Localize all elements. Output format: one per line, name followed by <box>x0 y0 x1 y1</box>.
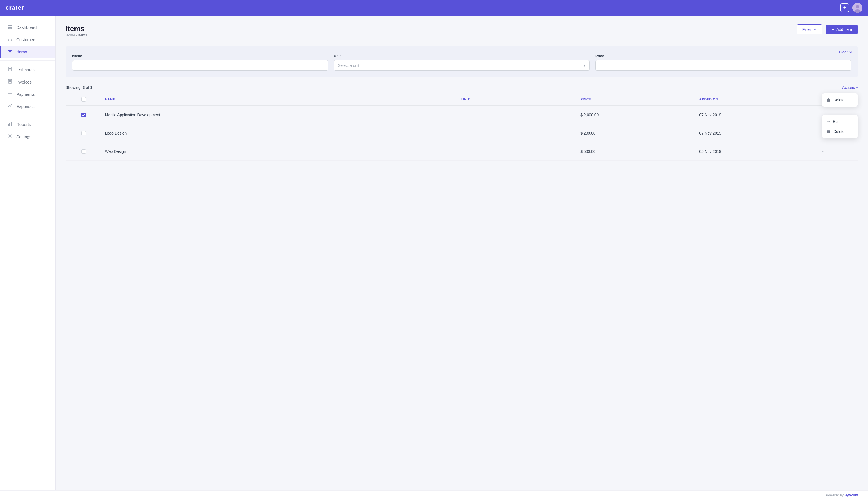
svg-rect-20 <box>9 123 10 126</box>
items-table: NAME UNIT PRICE ADDED ON Mobile Applicat… <box>66 93 858 161</box>
add-item-button[interactable]: + Add Item <box>826 25 858 34</box>
row-1-price: $ 2,000.00 <box>577 106 696 124</box>
showing-prefix: Showing: <box>66 85 82 90</box>
table-row: Logo Design $ 200.00 07 Nov 2019 ··· <box>66 124 858 142</box>
sidebar-item-estimates[interactable]: Estimates <box>0 64 55 76</box>
sidebar: Dashboard Customers Items Estimates I <box>0 15 56 490</box>
row-3-price: $ 500.00 <box>577 142 696 161</box>
sidebar-item-payments-label: Payments <box>16 92 35 96</box>
sidebar-item-expenses[interactable]: Expenses <box>0 100 55 112</box>
filter-unit-wrapper: Select a unit ▼ <box>334 60 590 71</box>
svg-marker-8 <box>8 49 12 53</box>
col-header-price: PRICE <box>577 93 696 106</box>
actions-delete-item[interactable]: 🗑 Delete <box>822 95 858 105</box>
add-item-icon: + <box>832 27 834 32</box>
sidebar-item-items[interactable]: Items <box>0 46 55 58</box>
page-title: Items <box>66 24 87 33</box>
sidebar-item-invoices[interactable]: Invoices <box>0 76 55 88</box>
sidebar-item-expenses-label: Expenses <box>16 104 35 109</box>
row-1-edit-item[interactable]: ✏ Edit <box>822 116 858 126</box>
sidebar-item-customers[interactable]: Customers <box>0 33 55 46</box>
row-2-checkbox[interactable] <box>81 131 86 135</box>
svg-rect-3 <box>8 25 10 26</box>
row-1-check-cell <box>66 106 102 124</box>
filter-price-label: Price <box>595 54 852 58</box>
row-1-checkbox[interactable] <box>81 113 86 117</box>
row-2-unit <box>458 124 577 142</box>
edit-icon: ✏ <box>827 119 830 124</box>
dashboard-icon <box>8 24 12 30</box>
row-2-added-on: 07 Nov 2019 <box>696 124 815 142</box>
actions-label: Actions <box>842 85 855 90</box>
sidebar-item-items-label: Items <box>16 49 27 54</box>
filter-unit-group: Unit Select a unit ▼ <box>334 54 590 71</box>
sidebar-item-reports[interactable]: Reports <box>0 118 55 130</box>
row-3-check-cell <box>66 142 102 161</box>
sidebar-item-settings-label: Settings <box>16 134 31 139</box>
page-title-area: Items Home / Items <box>66 24 87 44</box>
expenses-icon <box>8 103 12 109</box>
svg-point-1 <box>856 5 859 8</box>
row-3-checkbox[interactable] <box>81 149 86 154</box>
table-body: Mobile Application Development $ 2,000.0… <box>66 106 858 161</box>
header-add-button[interactable]: + <box>840 3 849 12</box>
items-icon <box>8 49 12 54</box>
showing-text: Showing: 3 of 3 <box>66 85 92 90</box>
page-header: Items Home / Items Filter ✕ + Add Item <box>66 24 858 44</box>
row-2-name: Logo Design <box>102 124 458 142</box>
table-header-row: Showing: 3 of 3 Actions ▾ 🗑 Delete <box>66 85 858 90</box>
sidebar-item-estimates-label: Estimates <box>16 67 35 72</box>
clear-all-button[interactable]: Clear All <box>839 50 853 54</box>
sidebar-item-dashboard-label: Dashboard <box>16 25 37 30</box>
header: crater + <box>0 0 868 15</box>
row-1-delete-item[interactable]: 🗑 Delete <box>822 126 858 137</box>
filter-button[interactable]: Filter ✕ <box>797 24 822 34</box>
col-header-check <box>66 93 102 106</box>
row-2-check-cell <box>66 124 102 142</box>
filter-name-input[interactable] <box>72 60 328 71</box>
row-1-actions-cell: ··· ✏ Edit 🗑 Delete <box>815 106 858 124</box>
logo: crater <box>5 4 24 11</box>
svg-point-22 <box>9 135 11 137</box>
filter-unit-select[interactable]: Select a unit <box>334 60 590 71</box>
breadcrumb-separator: / <box>76 33 78 37</box>
select-all-checkbox[interactable] <box>81 97 86 102</box>
settings-icon <box>8 134 12 139</box>
filter-label: Filter <box>802 27 811 32</box>
svg-marker-18 <box>11 104 12 105</box>
sidebar-item-payments[interactable]: Payments <box>0 88 55 100</box>
actions-button[interactable]: Actions ▾ <box>842 85 858 90</box>
filter-unit-label: Unit <box>334 54 590 58</box>
filter-price-input[interactable] <box>595 60 852 71</box>
customers-icon <box>8 37 12 42</box>
main-layout: Dashboard Customers Items Estimates I <box>0 15 868 490</box>
filter-close-icon: ✕ <box>813 27 817 32</box>
filter-row: Name Unit Select a unit ▼ Price <box>72 54 852 71</box>
svg-rect-4 <box>10 25 12 26</box>
filter-name-label: Name <box>72 54 328 58</box>
row-1-edit-label: Edit <box>833 119 839 124</box>
row-3-actions-button[interactable]: ··· <box>818 147 827 155</box>
sidebar-item-dashboard[interactable]: Dashboard <box>0 21 55 33</box>
avatar[interactable] <box>853 3 863 13</box>
table-head: NAME UNIT PRICE ADDED ON <box>66 93 858 106</box>
col-header-name: NAME <box>102 93 458 106</box>
actions-wrapper: Actions ▾ 🗑 Delete <box>842 85 858 90</box>
table-row: Mobile Application Development $ 2,000.0… <box>66 106 858 124</box>
breadcrumb-current: Items <box>78 33 87 37</box>
sidebar-divider-2 <box>0 115 55 115</box>
sidebar-item-settings[interactable]: Settings <box>0 130 55 143</box>
breadcrumb: Home / Items <box>66 33 87 37</box>
sidebar-item-customers-label: Customers <box>16 37 37 42</box>
breadcrumb-home[interactable]: Home <box>66 33 75 37</box>
sidebar-divider-1 <box>0 60 55 61</box>
svg-rect-21 <box>11 122 12 126</box>
footer-powered-by: Powered by <box>826 493 845 497</box>
svg-rect-6 <box>10 27 12 29</box>
row-3-actions-cell: ··· <box>815 142 858 161</box>
page-actions: Filter ✕ + Add Item <box>797 24 858 34</box>
add-item-label: Add Item <box>836 27 852 32</box>
actions-delete-label: Delete <box>833 98 844 102</box>
sidebar-item-invoices-label: Invoices <box>16 80 32 84</box>
trash-icon: 🗑 <box>827 98 831 102</box>
